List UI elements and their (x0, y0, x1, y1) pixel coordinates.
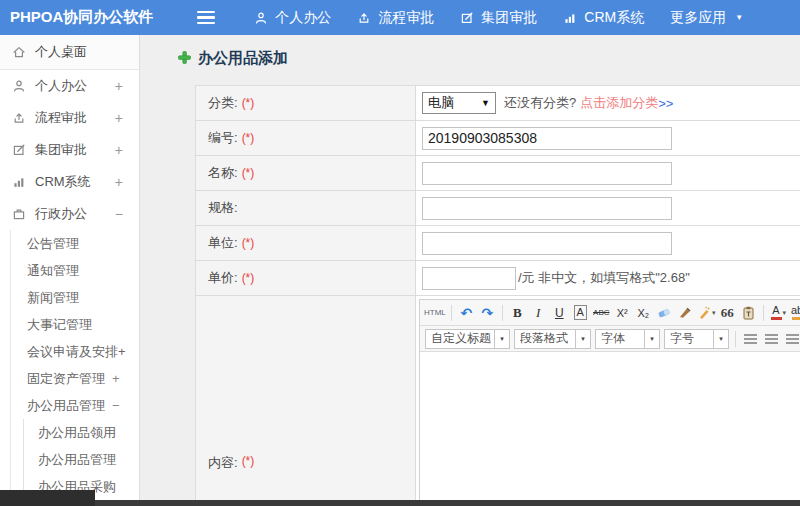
strikethrough-button[interactable]: ABC (592, 302, 611, 323)
redo-button[interactable]: ↷ (478, 302, 497, 323)
sidebar-item-news-mgmt[interactable]: 新闻管理 (11, 284, 139, 311)
italic-button[interactable]: I (529, 302, 548, 323)
caret-down-icon: ▾ (712, 309, 716, 317)
nav-more-apps[interactable]: 更多应用 ▼ (657, 0, 756, 35)
edit-icon (460, 11, 474, 25)
spec-input[interactable] (422, 197, 672, 220)
add-plus-icon (178, 50, 191, 68)
sidebar-item-personal-office[interactable]: 个人办公 + (0, 70, 139, 102)
nav-group-approval[interactable]: 集团审批 (447, 0, 550, 35)
underline-button[interactable]: U (550, 302, 569, 323)
sidebar-item-label: 个人桌面 (35, 43, 87, 61)
required-mark: (*) (242, 454, 255, 468)
sidebar-item-meeting-request[interactable]: 会议申请及安排+ (11, 338, 139, 365)
rich-text-editor: HTML ↶ ↷ B I U A ABC X² (419, 299, 800, 506)
undo-button[interactable]: ↶ (457, 302, 476, 323)
sidebar-item-admin-office[interactable]: 行政办公 − (0, 198, 139, 230)
required-mark: (*) (242, 96, 255, 110)
name-input[interactable] (422, 162, 672, 185)
toolbar-separator (735, 331, 736, 347)
expand-plus: + (115, 174, 127, 190)
sidebar-item-notice-mgmt[interactable]: 通知管理 (11, 257, 139, 284)
code-input[interactable] (422, 127, 672, 150)
add-category-link[interactable]: 点击添加分类 (580, 94, 658, 112)
nav-label: 更多应用 (670, 9, 726, 27)
toolbar-separator (451, 305, 452, 321)
align-right-icon[interactable] (783, 328, 800, 349)
bar-chart-icon (563, 11, 577, 25)
form-row-spec: 规格: (196, 191, 800, 226)
highlight-pen-icon[interactable]: ▾ (697, 302, 716, 323)
briefcase-icon (12, 207, 26, 221)
caret-down-icon: ▾ (644, 330, 659, 348)
superscript-button[interactable]: X² (613, 302, 632, 323)
align-center-icon[interactable] (762, 328, 781, 349)
toolbar-separator (502, 305, 503, 321)
editor-content-area[interactable] (420, 352, 800, 506)
toolbar-separator (763, 305, 764, 321)
source-code-button[interactable]: HTML (424, 302, 446, 323)
caret-down-icon: ▾ (783, 309, 787, 317)
paste-icon[interactable] (739, 302, 758, 323)
custom-title-combo[interactable]: 自定义标题▾ (425, 329, 510, 349)
workflow-icon (12, 111, 26, 125)
admin-submenu: 公告管理 通知管理 新闻管理 大事记管理 会议申请及安排+ 固定资产管理 + 办… (10, 230, 139, 500)
sidebar-item-label: 行政办公 (35, 205, 87, 223)
user-icon (12, 79, 26, 93)
spec-label: 规格: (208, 199, 238, 217)
font-style-button[interactable]: A (571, 302, 590, 323)
top-navbar: PHPOA协同办公软件 个人办公 流程审批 集团审批 CRM系统 更多应用 ▼ (0, 0, 800, 35)
required-mark: (*) (242, 166, 255, 180)
page-title: 办公用品添加 (198, 49, 288, 68)
bar-chart-icon (12, 175, 26, 189)
top-nav: 个人办公 流程审批 集团审批 CRM系统 更多应用 ▼ (241, 0, 756, 35)
add-category-link-arrows[interactable]: >> (658, 96, 673, 111)
nav-crm-system[interactable]: CRM系统 (550, 0, 657, 35)
price-input[interactable] (422, 267, 516, 290)
sidebar-item-label: CRM系统 (35, 173, 91, 191)
form-row-code: 编号: (*) (196, 121, 800, 156)
nav-personal-office[interactable]: 个人办公 (241, 0, 344, 35)
sidebar-item-group-approval[interactable]: 集团审批 + (0, 134, 139, 166)
sidebar-item-fixed-assets-mgmt[interactable]: 固定资产管理 + (11, 365, 139, 392)
subscript-button[interactable]: X₂ (634, 302, 653, 323)
sidebar-item-crm[interactable]: CRM系统 + (0, 166, 139, 198)
sidebar-item-label: 流程审批 (35, 109, 87, 127)
menu-icon[interactable] (197, 11, 215, 25)
nav-label: CRM系统 (584, 9, 644, 27)
form-row-category: 分类: (*) 电脑 ▼ 还没有分类? 点击添加分类 >> (196, 86, 800, 121)
collapse-minus: − (112, 398, 120, 413)
sidebar-item-supplies-requisition[interactable]: 办公用品领用 (24, 419, 139, 446)
home-icon (12, 45, 26, 59)
sidebar-item-workflow-approval[interactable]: 流程审批 + (0, 102, 139, 134)
price-format-hint: /元 非中文，如填写格式"2.68" (518, 269, 690, 287)
nav-workflow-approval[interactable]: 流程审批 (344, 0, 447, 35)
sidebar-item-supplies-management[interactable]: 办公用品管理 (24, 446, 139, 473)
unit-input[interactable] (422, 232, 672, 255)
content-label: 内容: (208, 454, 238, 472)
bold-button[interactable]: B (508, 302, 527, 323)
expand-plus: + (115, 142, 127, 158)
edit-icon (12, 143, 26, 157)
sidebar-item-memorabilia-mgmt[interactable]: 大事记管理 (11, 311, 139, 338)
category-label: 分类: (208, 94, 238, 112)
eraser-icon[interactable] (655, 302, 674, 323)
font-size-combo[interactable]: 字号▾ (664, 329, 729, 349)
sidebar-item-announcement-mgmt[interactable]: 公告管理 (11, 230, 139, 257)
editor-toolbar-row-1: HTML ↶ ↷ B I U A ABC X² (420, 300, 800, 326)
sidebar-item-office-supplies-mgmt[interactable]: 办公用品管理 − (11, 392, 139, 419)
sidebar: 个人桌面 个人办公 + 流程审批 + 集团审批 + CRM系统 + (0, 35, 140, 506)
bottom-left-block (0, 490, 95, 506)
font-color-button[interactable]: A▾ (769, 302, 788, 323)
format-painter-icon[interactable] (676, 302, 695, 323)
price-label: 单价: (208, 269, 238, 287)
sidebar-item-desktop[interactable]: 个人桌面 (0, 35, 139, 70)
align-left-icon[interactable] (741, 328, 760, 349)
category-select[interactable]: 电脑 ▼ (422, 92, 496, 114)
font-family-combo[interactable]: 字体▾ (595, 329, 660, 349)
background-color-button[interactable]: ab▾ (790, 302, 800, 323)
required-mark: (*) (242, 271, 255, 285)
paragraph-format-combo[interactable]: 段落格式▾ (514, 329, 591, 349)
blockquote-button[interactable]: 66 (718, 302, 737, 323)
required-mark: (*) (242, 236, 255, 250)
